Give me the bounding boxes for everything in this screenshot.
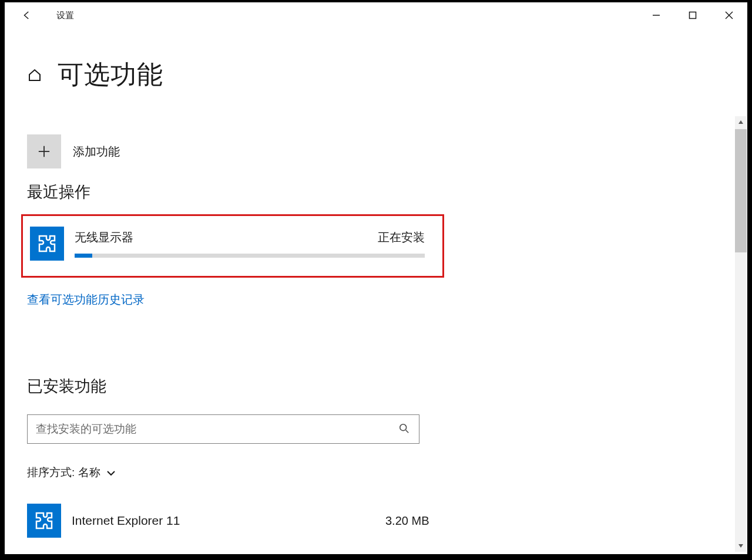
feature-name: Internet Explorer 11 — [72, 514, 375, 528]
progress-fill — [75, 254, 92, 258]
page-header: 可选功能 — [27, 58, 747, 92]
history-link[interactable]: 查看可选功能历史记录 — [27, 292, 145, 308]
chevron-down-icon — [106, 466, 116, 479]
close-button[interactable] — [711, 2, 747, 28]
svg-rect-1 — [690, 12, 696, 19]
titlebar: 设置 — [5, 2, 747, 28]
highlight-box: 无线显示器 正在安装 — [21, 214, 444, 278]
add-feature-button[interactable] — [27, 134, 61, 168]
scrollbar[interactable] — [735, 116, 747, 552]
scroll-up-button[interactable] — [735, 116, 747, 128]
feature-size: 3.20 MB — [385, 514, 438, 528]
settings-window: 设置 可选功能 添加功能 — [5, 2, 747, 554]
progress-bar — [75, 254, 425, 258]
search-box[interactable] — [27, 414, 419, 444]
sort-value: 名称 — [78, 465, 100, 480]
content-area: 可选功能 添加功能 最近操作 无 — [5, 28, 747, 554]
installed-section: 已安装功能 排序方式: 名称 Internet Explorer 11 — [27, 376, 747, 554]
add-feature-label: 添加功能 — [73, 144, 120, 160]
app-title: 设置 — [56, 10, 74, 21]
sort-selector[interactable]: 排序方式: 名称 — [27, 465, 747, 480]
search-icon — [399, 423, 411, 435]
sort-label: 排序方式: — [27, 465, 75, 480]
svg-point-6 — [400, 424, 407, 431]
minimize-button[interactable] — [638, 2, 674, 28]
window-controls — [638, 2, 747, 28]
home-button[interactable] — [27, 68, 42, 83]
page-title: 可选功能 — [58, 58, 163, 92]
recent-actions-heading: 最近操作 — [27, 181, 747, 203]
installing-item[interactable]: 无线显示器 正在安装 — [30, 227, 425, 261]
search-input[interactable] — [36, 423, 399, 436]
installing-feature-name: 无线显示器 — [75, 230, 133, 245]
add-feature-row: 添加功能 — [27, 134, 747, 168]
maximize-button[interactable] — [674, 2, 711, 28]
scroll-down-button[interactable] — [735, 540, 747, 552]
svg-line-7 — [406, 430, 409, 433]
back-button[interactable] — [20, 8, 34, 22]
puzzle-icon — [30, 227, 64, 261]
installing-status: 正在安装 — [378, 230, 425, 245]
installed-heading: 已安装功能 — [27, 376, 747, 397]
scroll-thumb[interactable] — [735, 129, 747, 252]
installed-feature-row[interactable]: Internet Explorer 11 3.20 MB — [27, 504, 438, 538]
puzzle-icon — [27, 504, 61, 538]
